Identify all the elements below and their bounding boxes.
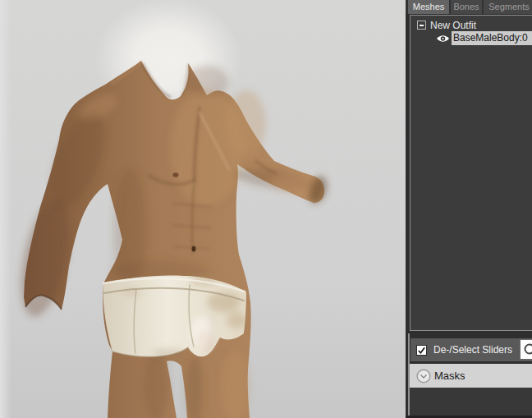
briefs-smudge-2 <box>227 312 246 328</box>
sliders-toolbar: De-/Select Sliders <box>410 338 532 361</box>
tab-bar: Meshes Bones Segments <box>406 0 532 14</box>
nipple <box>173 172 179 177</box>
tab-segments[interactable]: Segments <box>484 0 532 14</box>
search-box[interactable] <box>520 339 532 360</box>
masks-section-header[interactable]: Masks <box>410 364 532 388</box>
deselect-sliders-checkbox[interactable] <box>416 345 427 356</box>
viewport-3d[interactable] <box>0 0 406 418</box>
tree-item-basemalebody[interactable]: BaseMaleBody:0 <box>410 31 532 45</box>
highlight-right-thigh <box>220 351 250 418</box>
tree-item-label: New Outfit <box>430 20 476 31</box>
masks-section-label: Masks <box>434 370 466 382</box>
navel <box>192 246 196 252</box>
panel-bottom-area <box>410 388 532 416</box>
magnifier-icon <box>523 342 532 357</box>
application-window: Meshes Bones Segments New Outfit BaseMal… <box>0 0 532 418</box>
male-body-mesh-render <box>0 0 406 418</box>
right-panel: Meshes Bones Segments New Outfit BaseMal… <box>406 0 532 418</box>
checkmark-icon <box>417 346 426 355</box>
mesh-tree: New Outfit BaseMaleBody:0 <box>410 15 532 331</box>
tab-meshes[interactable]: Meshes <box>408 0 449 14</box>
deselect-sliders-label: De-/Select Sliders <box>433 344 512 356</box>
selected-mesh-label[interactable]: BaseMaleBody:0 <box>452 31 532 45</box>
chevron-down-icon[interactable] <box>416 369 431 384</box>
minus-collapse-icon[interactable] <box>417 21 426 30</box>
eye-visibility-icon[interactable] <box>436 34 450 44</box>
line-linea-alba <box>192 186 194 253</box>
tab-bones[interactable]: Bones <box>451 0 482 14</box>
highlight-right-deltoid <box>227 90 266 156</box>
tree-item-new-outfit[interactable]: New Outfit <box>410 18 532 32</box>
